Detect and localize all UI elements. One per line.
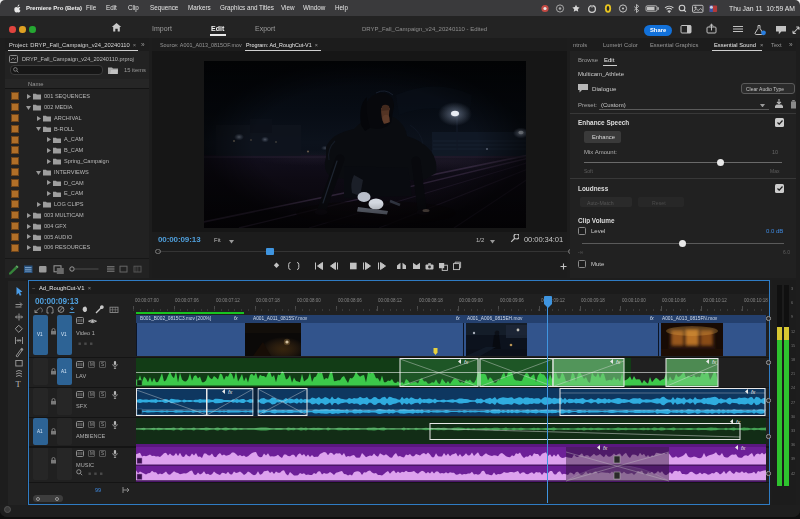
svg-text:fx: fx bbox=[751, 389, 756, 394]
svg-text:fx: fx bbox=[741, 445, 746, 450]
svg-text:T: T bbox=[16, 379, 22, 388]
svg-text:fx: fx bbox=[603, 445, 608, 450]
svg-text:fx: fx bbox=[712, 359, 717, 364]
svg-text:fx: fx bbox=[616, 359, 621, 364]
svg-text:fx: fx bbox=[228, 389, 233, 394]
svg-text:fx: fx bbox=[464, 359, 469, 364]
svg-text:fx: fx bbox=[736, 419, 741, 424]
